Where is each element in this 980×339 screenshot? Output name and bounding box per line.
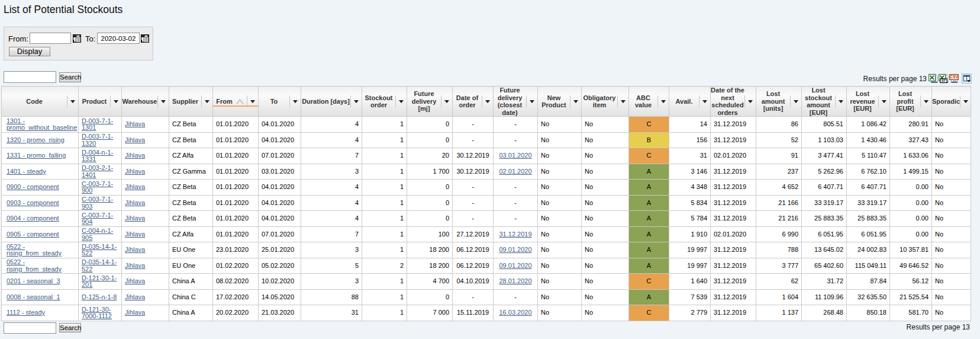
svg-text:07: 07: [942, 79, 946, 82]
svg-text:CSV: CSV: [950, 75, 958, 79]
